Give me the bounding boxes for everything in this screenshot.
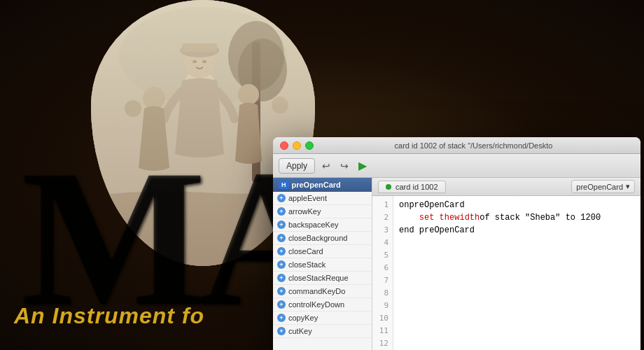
script-list-header: H preOpenCard [273,178,372,192]
line-number: 2 [372,211,393,224]
code-editor-panel: card id 1002 preOpenCard ▾ 1 2 3 4 5 6 7… [372,178,640,350]
redo-button[interactable]: ↪ [337,159,351,173]
item-add-icon [277,194,286,202]
code-line-2: set the width of stack "Sheba" to 1200 [399,211,635,224]
handler-dropdown[interactable]: preOpenCard ▾ [571,180,635,193]
list-item[interactable]: commandKeyDo [273,285,372,298]
ide-window: card id 1002 of stack "/Users/richmond/D… [273,137,640,350]
item-add-icon [277,327,286,335]
line-number: 11 [372,325,393,337]
line-number: 4 [372,237,393,249]
line-numbers: 1 2 3 4 5 6 7 8 9 10 11 12 [372,196,393,350]
tab-label: card id 1002 [396,183,438,191]
list-item[interactable]: closeStack [273,258,372,272]
list-item[interactable]: appleEvent [273,192,372,205]
handler-badge: H [279,181,289,189]
list-item[interactable]: closeBackground [273,232,372,245]
code-line-8 [399,287,635,300]
code-line-7 [399,274,635,287]
line-number: 6 [372,262,393,274]
item-add-icon [277,300,286,309]
minimize-button[interactable] [293,141,301,150]
apply-button[interactable]: Apply [279,158,315,174]
code-editor-textarea[interactable]: on preOpenCard set the width of stack "S… [393,196,640,350]
titlebar: card id 1002 of stack "/Users/richmond/D… [273,137,640,154]
code-area: 1 2 3 4 5 6 7 8 9 10 11 12 on preOpen [372,196,640,350]
traffic-lights [280,141,314,150]
script-list-header-label: preOpenCard [292,181,341,189]
ide-toolbar: Apply ↩ ↪ ▶ [273,154,640,178]
line-number: 8 [372,287,393,300]
line-number: 7 [372,274,393,287]
editor-tab-bar: card id 1002 preOpenCard ▾ [372,178,640,196]
item-add-icon [277,274,286,282]
list-item[interactable]: cutKey [273,325,372,338]
code-line-3: end preOpenCard [399,224,635,237]
line-number: 10 [372,312,393,325]
code-line-6 [399,262,635,274]
list-item[interactable]: closeStackReque [273,272,372,285]
tab-status-dot [386,184,391,190]
code-line-10 [399,312,635,325]
list-item[interactable]: controlKeyDown [273,298,372,312]
item-add-icon [277,260,286,269]
code-line-9 [399,300,635,312]
line-number: 9 [372,300,393,312]
code-line-4 [399,237,635,249]
line-number: 1 [372,199,393,211]
script-list-panel: H preOpenCard appleEvent arrowKey backsp… [273,178,372,350]
ide-main: H preOpenCard appleEvent arrowKey backsp… [273,178,640,350]
item-add-icon [277,220,286,229]
undo-button[interactable]: ↩ [319,159,333,173]
close-button[interactable] [280,141,288,150]
window-title: card id 1002 of stack "/Users/richmond/D… [314,141,634,150]
item-add-icon [277,287,286,295]
bg-subtitle: An Instrument fo [14,303,204,329]
zoom-button[interactable] [305,141,314,150]
chevron-down-icon: ▾ [626,182,630,191]
list-item[interactable]: arrowKey [273,205,372,218]
item-add-icon [277,234,286,242]
run-button[interactable]: ▶ [356,158,370,174]
code-line-11 [399,325,635,337]
item-add-icon [277,247,286,255]
item-add-icon [277,314,286,322]
code-line-12 [399,337,635,350]
line-number: 12 [372,337,393,350]
line-number: 3 [372,224,393,237]
editor-tab[interactable]: card id 1002 [378,181,446,193]
list-item[interactable]: backspaceKey [273,218,372,232]
list-item[interactable]: closeCard [273,245,372,258]
handler-dropdown-label: preOpenCard [576,183,623,191]
code-line-1: on preOpenCard [399,199,635,211]
line-number: 5 [372,249,393,262]
code-line-5 [399,249,635,262]
item-add-icon [277,207,286,216]
list-item[interactable]: copyKey [273,312,372,325]
